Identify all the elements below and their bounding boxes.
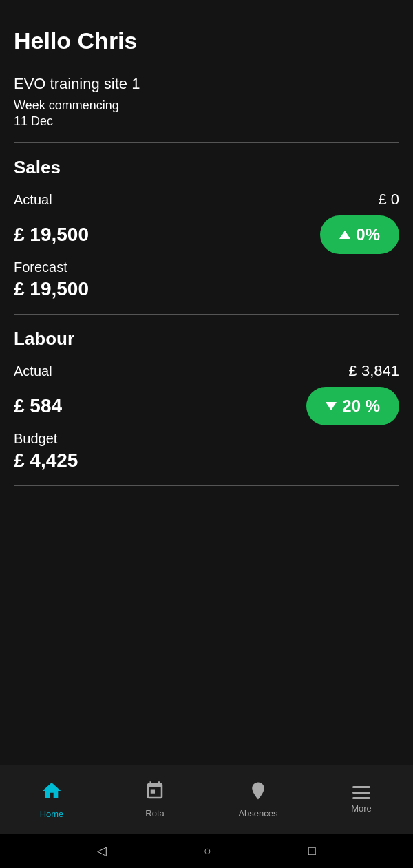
nav-home[interactable]: Home [0, 780, 103, 819]
sales-actual-row: Actual £ 0 [14, 191, 399, 209]
sales-actual-value: £ 0 [378, 191, 399, 209]
sales-forecast-block: Forecast £ 19,500 [14, 260, 399, 300]
labour-budget-block: Budget £ 4,425 [14, 431, 399, 472]
more-icon [352, 786, 370, 799]
nav-rota-label: Rota [145, 808, 164, 818]
week-label: Week commencing [14, 98, 399, 113]
labour-arrow-down-icon [326, 402, 337, 410]
labour-budget-label: Budget [14, 431, 399, 447]
labour-percent-badge: 20 % [306, 387, 399, 425]
labour-percent-value: 20 % [342, 396, 380, 416]
nav-more-label: More [351, 803, 372, 814]
android-recent-button[interactable]: □ [308, 844, 316, 858]
android-nav-bar: ◁ ○ □ [0, 834, 413, 868]
home-icon [41, 780, 63, 805]
greeting-text: Hello Chris [14, 28, 399, 54]
sales-forecast-label: Forecast [14, 260, 399, 275]
labour-actual-row: Actual £ 3,841 [14, 362, 399, 380]
divider-middle [14, 314, 399, 315]
android-back-button[interactable]: ◁ [97, 843, 107, 858]
divider-bottom [14, 485, 399, 486]
labour-budget-amount: £ 4,425 [14, 449, 399, 472]
bottom-nav: Home Rota Absences More [0, 765, 413, 834]
sales-percent-badge: 0% [320, 215, 399, 254]
sales-section-title: Sales [14, 157, 399, 178]
labour-amount-large: £ 584 [14, 395, 62, 417]
labour-actual-label: Actual [14, 363, 52, 379]
nav-absences[interactable]: Absences [206, 781, 310, 818]
sales-percent-value: 0% [356, 225, 380, 244]
android-home-button[interactable]: ○ [204, 844, 211, 858]
sales-amount-large: £ 19,500 [14, 224, 89, 246]
nav-home-label: Home [40, 809, 64, 819]
labour-section: Labour Actual £ 3,841 £ 584 20 % Budget … [14, 328, 399, 472]
sales-arrow-up-icon [339, 231, 350, 239]
week-date: 11 Dec [14, 114, 399, 129]
labour-section-title: Labour [14, 328, 399, 350]
nav-absences-label: Absences [238, 808, 277, 818]
divider-top [14, 142, 399, 143]
nav-rota[interactable]: Rota [103, 781, 206, 818]
absences-icon [248, 781, 268, 804]
labour-actual-value: £ 3,841 [349, 362, 399, 380]
sales-forecast-amount: £ 19,500 [14, 278, 399, 300]
sales-section: Sales Actual £ 0 £ 19,500 0% Forecast £ … [14, 157, 399, 300]
nav-more[interactable]: More [310, 786, 413, 814]
rota-icon [145, 781, 165, 804]
site-name: EVO training site 1 [14, 75, 399, 93]
sales-actual-label: Actual [14, 192, 52, 208]
